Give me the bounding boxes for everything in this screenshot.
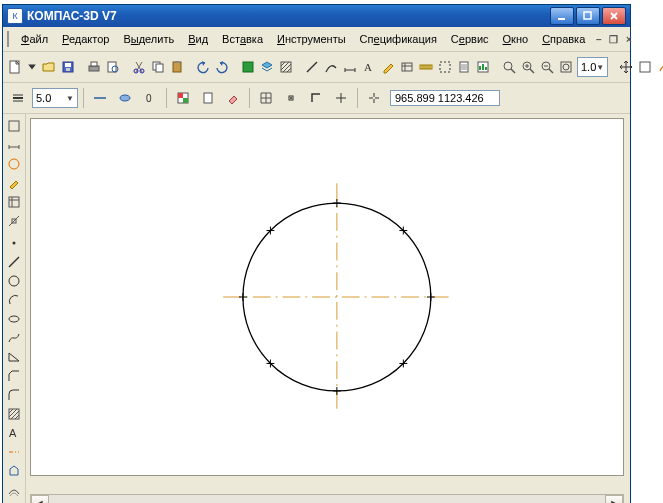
tool-circle-icon[interactable] [4,273,24,289]
mdi-sys-icon[interactable] [7,31,9,47]
mdi-window-buttons: – ❐ × [593,34,638,45]
tool-line-icon[interactable] [4,254,24,270]
mdi-restore[interactable]: ❐ [608,34,619,45]
undo-icon[interactable] [195,56,211,78]
app-window: К КОМПАС-3D V7 Файл Редактор Выделить Ви… [2,4,631,503]
tool-equidistant-icon[interactable] [4,482,24,498]
cursor-cross-icon[interactable] [363,87,385,109]
dimension-icon[interactable] [342,56,358,78]
menu-editor[interactable]: Редактор [56,31,115,47]
pan-icon[interactable] [618,56,634,78]
zoom-out-icon[interactable] [539,56,555,78]
paste-icon[interactable] [169,56,185,78]
params-icon[interactable] [399,56,415,78]
menu-select[interactable]: Выделить [117,31,180,47]
rotate-icon[interactable] [637,56,653,78]
svg-rect-7 [89,66,99,71]
curve-icon[interactable] [323,56,339,78]
copy-icon[interactable] [150,56,166,78]
dim-panel-icon[interactable] [4,137,24,153]
tool-arc-icon[interactable] [4,292,24,308]
mdi-minimize[interactable]: – [593,34,604,45]
svg-rect-14 [156,64,163,72]
properties-icon[interactable] [240,56,256,78]
dropdown-arrow-icon[interactable] [26,56,38,78]
layers-icon[interactable] [259,56,275,78]
eraser-icon[interactable] [222,87,244,109]
tool-chamfer-icon[interactable] [4,368,24,384]
print-icon[interactable] [86,56,102,78]
edit-panel-icon[interactable] [4,175,24,191]
line-icon[interactable] [304,56,320,78]
snap-icon[interactable] [280,87,302,109]
select-icon[interactable] [437,56,453,78]
menu-view[interactable]: Вид [182,31,214,47]
measure-icon[interactable] [418,56,434,78]
tool-spline-icon[interactable] [4,330,24,346]
open-icon[interactable] [41,56,57,78]
zoom-field[interactable]: 1.0▼ [577,57,608,77]
mdi-close[interactable]: × [623,34,634,45]
doc-icon[interactable] [197,87,219,109]
minimize-button[interactable] [550,7,574,25]
grid-icon[interactable] [255,87,277,109]
scroll-right-icon[interactable]: ► [605,495,623,503]
close-button[interactable] [602,7,626,25]
svg-point-44 [9,276,19,286]
menu-help[interactable]: Справка [536,31,591,47]
app-icon: К [7,8,23,24]
tool-axis-icon[interactable] [4,444,24,460]
redo-icon[interactable] [214,56,230,78]
tool-point-icon[interactable] [4,235,24,251]
edit-icon[interactable] [380,56,396,78]
svg-rect-0 [558,18,565,20]
dropdown-arrow-icon[interactable]: ▼ [596,63,604,72]
svg-text:0: 0 [146,93,152,104]
svg-rect-20 [402,63,412,71]
reports-icon[interactable] [475,56,491,78]
style-button-icon[interactable] [114,87,136,109]
tool-fillet-icon[interactable] [4,387,24,403]
menu-window[interactable]: Окно [497,31,535,47]
preview-icon[interactable] [105,56,121,78]
tool-ellipse-icon[interactable] [4,311,24,327]
cut-icon[interactable] [131,56,147,78]
menu-spec[interactable]: Спецификация [354,31,443,47]
hatch-icon[interactable] [278,56,294,78]
tool-rect-icon[interactable] [4,349,24,365]
scroll-left-icon[interactable]: ◄ [31,495,49,503]
param-panel-icon[interactable] [4,194,24,210]
new-file-icon[interactable] [7,56,23,78]
snap-end-icon[interactable] [330,87,352,109]
menu-insert[interactable]: Вставка [216,31,269,47]
tool-text-icon[interactable]: A [4,425,24,441]
orbit-icon[interactable] [656,56,663,78]
designation-icon[interactable] [4,156,24,172]
svg-rect-5 [65,63,71,67]
drawing-canvas[interactable] [30,118,624,476]
maximize-button[interactable] [576,7,600,25]
style-line-icon[interactable] [89,87,111,109]
save-icon[interactable] [60,56,76,78]
tool-contour-icon[interactable] [4,463,24,479]
color-icon[interactable] [172,87,194,109]
zoom-fit-icon[interactable] [558,56,574,78]
zoom-window-icon[interactable] [501,56,517,78]
svg-rect-22 [440,62,450,72]
menu-file[interactable]: Файл [15,31,54,47]
geometry-panel-icon[interactable] [4,118,24,134]
thickness-field[interactable]: 5.0▼ [32,88,78,108]
zoom-in-icon[interactable] [520,56,536,78]
svg-rect-18 [281,62,291,72]
menu-tools[interactable]: Инструменты [271,31,352,47]
text-icon[interactable]: A [361,56,377,78]
tool-hatch-icon[interactable] [4,406,24,422]
measure-panel-icon[interactable] [4,213,24,229]
dropdown-arrow-icon[interactable]: ▼ [66,94,74,103]
spec-icon[interactable] [456,56,472,78]
layer-0-icon[interactable]: 0 [139,87,161,109]
menu-service[interactable]: Сервис [445,31,495,47]
ortho-icon[interactable] [305,87,327,109]
horizontal-scrollbar[interactable]: ◄ ► [30,494,624,503]
thickness-icon[interactable] [7,87,29,109]
